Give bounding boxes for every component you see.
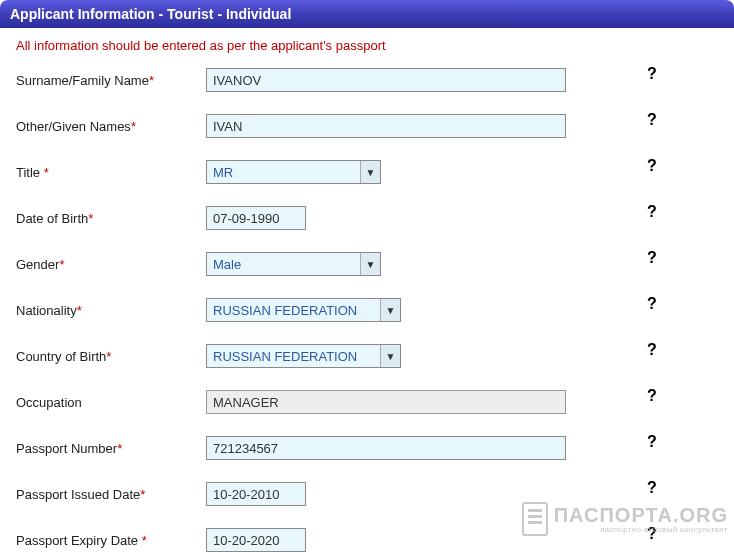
row-passport-expiry: Passport Expiry Date * ? — [16, 517, 718, 552]
title-select[interactable]: MR ▼ — [206, 160, 381, 184]
chevron-down-icon: ▼ — [360, 161, 380, 183]
row-passport-issued: Passport Issued Date* ? — [16, 471, 718, 517]
label-cob: Country of Birth* — [16, 349, 206, 364]
label-passport-expiry: Passport Expiry Date * — [16, 533, 206, 548]
chevron-down-icon: ▼ — [380, 299, 400, 321]
help-icon[interactable]: ? — [586, 433, 718, 451]
help-icon[interactable]: ? — [586, 249, 718, 267]
chevron-down-icon: ▼ — [360, 253, 380, 275]
row-surname: Surname/Family Name* ? — [16, 57, 718, 103]
nationality-select[interactable]: RUSSIAN FEDERATION ▼ — [206, 298, 401, 322]
label-title: Title * — [16, 165, 206, 180]
help-icon[interactable]: ? — [586, 479, 718, 497]
label-dob: Date of Birth* — [16, 211, 206, 226]
label-passport-number: Passport Number* — [16, 441, 206, 456]
occupation-input[interactable] — [206, 390, 566, 414]
passport-expiry-input[interactable] — [206, 528, 306, 552]
passport-issued-input[interactable] — [206, 482, 306, 506]
chevron-down-icon: ▼ — [380, 345, 400, 367]
passport-notice: All information should be entered as per… — [0, 28, 734, 57]
country-of-birth-select[interactable]: RUSSIAN FEDERATION ▼ — [206, 344, 401, 368]
help-icon[interactable]: ? — [586, 525, 718, 543]
help-icon[interactable]: ? — [586, 341, 718, 359]
row-gender: Gender* Male ▼ ? — [16, 241, 718, 287]
row-title: Title * MR ▼ ? — [16, 149, 718, 195]
dob-input[interactable] — [206, 206, 306, 230]
label-nationality: Nationality* — [16, 303, 206, 318]
panel-title: Applicant Information - Tourist - Indivi… — [10, 6, 291, 22]
row-nationality: Nationality* RUSSIAN FEDERATION ▼ ? — [16, 287, 718, 333]
row-dob: Date of Birth* ? — [16, 195, 718, 241]
label-surname: Surname/Family Name* — [16, 73, 206, 88]
label-passport-issued: Passport Issued Date* — [16, 487, 206, 502]
help-icon[interactable]: ? — [586, 387, 718, 405]
help-icon[interactable]: ? — [586, 203, 718, 221]
row-cob: Country of Birth* RUSSIAN FEDERATION ▼ ? — [16, 333, 718, 379]
row-occupation: Occupation ? — [16, 379, 718, 425]
help-icon[interactable]: ? — [586, 65, 718, 83]
passport-number-input[interactable] — [206, 436, 566, 460]
row-other-names: Other/Given Names* ? — [16, 103, 718, 149]
help-icon[interactable]: ? — [586, 157, 718, 175]
label-gender: Gender* — [16, 257, 206, 272]
gender-select[interactable]: Male ▼ — [206, 252, 381, 276]
help-icon[interactable]: ? — [586, 295, 718, 313]
form-area: Surname/Family Name* ? Other/Given Names… — [0, 57, 734, 552]
help-icon[interactable]: ? — [586, 111, 718, 129]
other-names-input[interactable] — [206, 114, 566, 138]
surname-input[interactable] — [206, 68, 566, 92]
panel-header: Applicant Information - Tourist - Indivi… — [0, 0, 734, 28]
label-other-names: Other/Given Names* — [16, 119, 206, 134]
row-passport-number: Passport Number* ? — [16, 425, 718, 471]
label-occupation: Occupation — [16, 395, 206, 410]
